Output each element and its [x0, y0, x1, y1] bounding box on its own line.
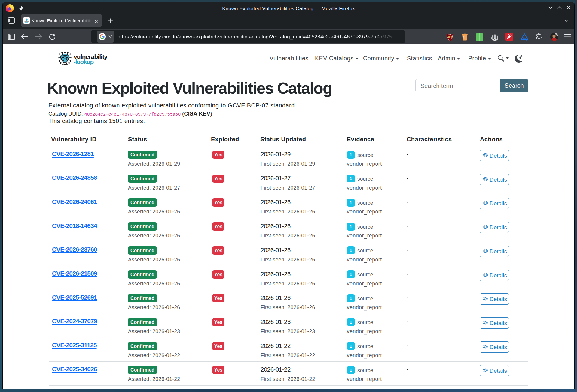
- svg-text:(x): (x): [523, 37, 526, 39]
- svg-text:uO: uO: [448, 35, 452, 38]
